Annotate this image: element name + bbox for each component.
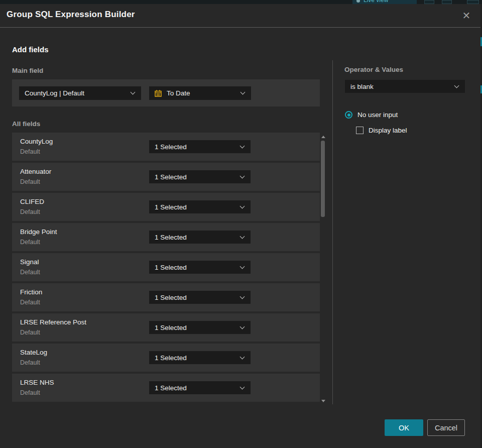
chevron-down-icon (240, 354, 245, 359)
scrollbar-thumb[interactable] (321, 141, 325, 217)
field-name: Attenuator (20, 168, 51, 175)
chevron-down-icon (240, 294, 245, 299)
field-selection-dropdown[interactable]: 1 Selected (149, 170, 251, 183)
selected-count: 1 Selected (149, 264, 187, 271)
fields-list-scrollbar[interactable] (320, 134, 326, 405)
field-row-statelog: StateLog Default 1 Selected (12, 344, 320, 372)
calendar-icon (154, 89, 162, 97)
operator-dropdown[interactable]: is blank (345, 80, 465, 93)
field-row-signal: Signal Default 1 Selected (12, 253, 320, 281)
field-type: Default (20, 389, 40, 396)
group-sql-expression-builder-dialog: Group SQL Expression Builder ✕ Add field… (0, 4, 480, 448)
display-label-label: Display label (369, 127, 407, 134)
chevron-down-icon (240, 264, 245, 269)
operator-value: is blank (345, 83, 374, 90)
add-fields-heading: Add fields (12, 45, 49, 54)
field-selection-dropdown[interactable]: 1 Selected (149, 321, 251, 334)
field-type: Default (20, 148, 40, 155)
main-field-box: CountyLog | Default To Date (12, 79, 320, 106)
chevron-down-icon (240, 234, 245, 239)
field-name: Signal (20, 258, 39, 266)
field-name: LRSE NHS (20, 379, 54, 386)
chevron-down-icon (240, 203, 245, 208)
dialog-title-bar: Group SQL Expression Builder ✕ (0, 4, 480, 28)
field-name: Bridge Point (20, 228, 57, 236)
field-name: StateLog (20, 349, 47, 356)
field-type: Default (20, 178, 40, 185)
no-user-input-radio[interactable]: No user input (345, 111, 398, 119)
live-view-label: Live view (364, 0, 388, 4)
main-field-label: Main field (12, 67, 43, 74)
field-selection-dropdown[interactable]: 1 Selected (149, 261, 251, 274)
scroll-up-arrow-icon[interactable] (321, 136, 325, 138)
toolbar-button-fragment (442, 0, 452, 4)
chevron-down-icon (131, 90, 136, 95)
field-selection-dropdown[interactable]: 1 Selected (149, 200, 251, 213)
chevron-down-icon (240, 173, 245, 178)
field-row-friction: Friction Default 1 Selected (12, 283, 320, 311)
selected-count: 1 Selected (149, 354, 187, 362)
main-field-source-dropdown[interactable]: CountyLog | Default (19, 86, 141, 100)
toolbar-button-fragment (424, 0, 434, 4)
selected-count: 1 Selected (149, 384, 187, 392)
field-type: Default (20, 299, 40, 306)
field-name: CountyLog (20, 138, 53, 145)
field-type: Default (20, 239, 40, 246)
field-selection-dropdown[interactable]: 1 Selected (149, 140, 251, 153)
selected-count: 1 Selected (149, 234, 187, 241)
field-selection-dropdown[interactable]: 1 Selected (149, 231, 251, 244)
field-type: Default (20, 269, 40, 276)
field-row-countylog: CountyLog Default 1 Selected (12, 133, 320, 161)
selected-count: 1 Selected (149, 324, 187, 331)
all-fields-list: CountyLog Default 1 Selected Attenuator … (12, 133, 320, 404)
all-fields-label: All fields (12, 120, 40, 128)
panel-divider (332, 60, 333, 404)
selected-count: 1 Selected (149, 143, 187, 151)
main-field-field-dropdown[interactable]: To Date (149, 86, 251, 100)
field-name: CLIFED (20, 198, 44, 205)
field-type: Default (20, 329, 40, 336)
checkbox-unchecked-icon[interactable] (356, 127, 364, 134)
field-row-lrse-reference-post: LRSE Reference Post Default 1 Selected (12, 313, 320, 342)
field-selection-dropdown[interactable]: 1 Selected (149, 291, 251, 304)
chevron-down-icon (454, 83, 459, 88)
field-row-clifed: CLIFED Default 1 Selected (12, 193, 320, 221)
cancel-button[interactable]: Cancel (427, 419, 465, 436)
operator-values-label: Operator & Values (344, 66, 403, 73)
live-view-dot-icon (356, 0, 360, 3)
selected-count: 1 Selected (149, 173, 187, 181)
selected-count: 1 Selected (149, 294, 187, 301)
chevron-down-icon (240, 143, 245, 148)
no-user-input-label: No user input (357, 111, 398, 119)
live-view-button-fragment[interactable]: Live view (352, 0, 417, 4)
field-row-bridge-point: Bridge Point Default 1 Selected (12, 223, 320, 251)
field-type: Default (20, 208, 40, 215)
field-selection-dropdown[interactable]: 1 Selected (149, 351, 251, 364)
field-name: Friction (20, 288, 42, 296)
scroll-down-arrow-icon[interactable] (321, 400, 325, 402)
background-app-bar: Live view (0, 0, 482, 4)
display-label-checkbox-row[interactable]: Display label (356, 127, 407, 134)
field-name: LRSE Reference Post (20, 318, 86, 326)
ok-button[interactable]: OK (385, 419, 423, 436)
selected-count: 1 Selected (149, 203, 187, 211)
chevron-down-icon (240, 384, 245, 389)
dialog-title: Group SQL Expression Builder (7, 10, 135, 20)
main-field-source-value: CountyLog | Default (19, 89, 84, 97)
close-icon[interactable]: ✕ (459, 9, 473, 23)
chevron-down-icon (240, 324, 245, 329)
toolbar-button-fragment (467, 0, 479, 4)
chevron-down-icon (240, 90, 246, 95)
field-selection-dropdown[interactable]: 1 Selected (149, 381, 251, 394)
field-row-lrse-nhs: LRSE NHS Default 1 Selected (12, 374, 320, 402)
main-field-field-value: To Date (167, 89, 190, 97)
radio-selected-icon[interactable] (345, 111, 352, 119)
field-type: Default (20, 359, 40, 366)
field-row-attenuator: Attenuator Default 1 Selected (12, 163, 320, 191)
